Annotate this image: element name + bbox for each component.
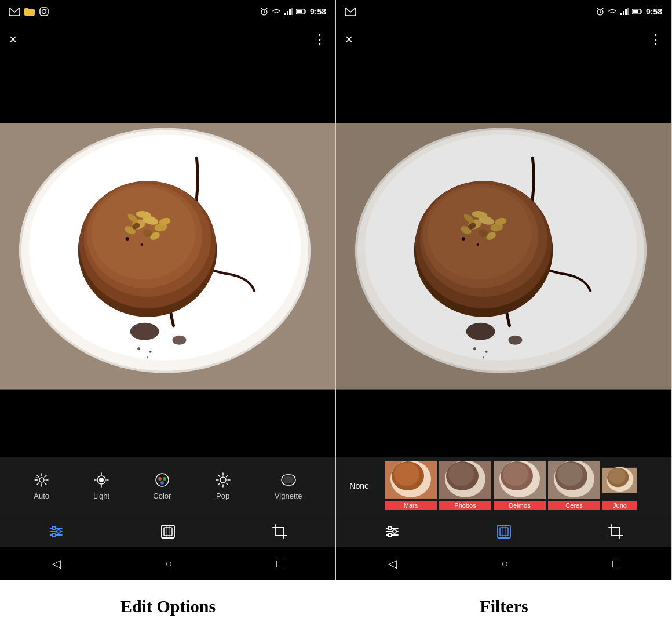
right-wifi-icon bbox=[608, 8, 617, 15]
edit-tools-row: Auto Light bbox=[0, 457, 335, 515]
svg-rect-100 bbox=[633, 10, 638, 13]
light-tool[interactable]: Light bbox=[93, 472, 109, 500]
svg-rect-10 bbox=[287, 11, 288, 15]
right-adjust-tab-icon bbox=[384, 523, 400, 540]
status-time: 9:58 bbox=[310, 7, 326, 16]
left-toolbar: Auto Light bbox=[0, 457, 335, 580]
svg-point-147 bbox=[609, 468, 626, 484]
pop-label: Pop bbox=[216, 492, 229, 500]
svg-rect-9 bbox=[284, 13, 286, 15]
right-screen: 9:58 × ⋮ bbox=[336, 0, 672, 580]
right-status-icons-right: 9:58 bbox=[596, 7, 662, 16]
pop-tool[interactable]: Pop bbox=[215, 472, 231, 500]
left-caption: Edit Options bbox=[0, 596, 336, 616]
svg-point-151 bbox=[388, 526, 392, 530]
right-android-nav: ◁ ○ □ bbox=[336, 547, 671, 580]
svg-point-143 bbox=[557, 463, 583, 486]
right-back-button[interactable]: ◁ bbox=[388, 556, 397, 570]
right-mail-icon bbox=[345, 8, 356, 16]
svg-rect-81 bbox=[164, 528, 172, 536]
right-home-button[interactable]: ○ bbox=[501, 557, 508, 570]
svg-point-3 bbox=[46, 9, 47, 10]
adjust-tab[interactable] bbox=[48, 523, 64, 540]
svg-point-107 bbox=[508, 336, 522, 345]
filter-deimos[interactable]: Deimos bbox=[494, 461, 546, 510]
right-recents-button[interactable]: □ bbox=[612, 557, 619, 570]
color-label: Color bbox=[153, 492, 171, 500]
svg-rect-11 bbox=[289, 9, 291, 15]
left-food-image bbox=[0, 123, 335, 390]
right-filter-tab[interactable] bbox=[496, 523, 512, 540]
svg-line-69 bbox=[226, 475, 228, 476]
svg-point-37 bbox=[126, 237, 129, 241]
svg-point-125 bbox=[473, 347, 476, 350]
filter-juno-thumb bbox=[602, 461, 637, 499]
right-filter-tab-icon bbox=[496, 523, 512, 540]
crop-tab[interactable] bbox=[272, 523, 288, 540]
svg-point-60 bbox=[158, 477, 162, 481]
vignette-tool[interactable]: Vignette bbox=[275, 472, 302, 500]
svg-line-94 bbox=[602, 8, 604, 9]
vignette-icon bbox=[280, 472, 297, 488]
right-status-time: 9:58 bbox=[646, 7, 662, 16]
svg-line-70 bbox=[218, 483, 220, 485]
home-button[interactable]: ○ bbox=[165, 557, 172, 570]
filter-ceres-label: Ceres bbox=[548, 501, 600, 510]
right-toolbar: None Mars bbox=[336, 457, 671, 580]
filter-mars-label: Mars bbox=[385, 501, 437, 510]
pop-icon bbox=[215, 472, 231, 488]
svg-point-71 bbox=[220, 477, 226, 483]
left-image-area bbox=[0, 56, 335, 457]
svg-point-78 bbox=[57, 530, 60, 533]
back-button[interactable]: ◁ bbox=[52, 556, 61, 570]
right-more-menu-button[interactable]: ⋮ bbox=[649, 32, 662, 47]
right-crop-tab[interactable] bbox=[608, 523, 624, 540]
filter-tab-icon bbox=[160, 523, 176, 540]
svg-line-8 bbox=[266, 8, 268, 9]
svg-point-152 bbox=[393, 530, 396, 533]
svg-point-61 bbox=[163, 477, 166, 481]
filter-ceres[interactable]: Ceres bbox=[548, 461, 600, 510]
svg-rect-98 bbox=[627, 8, 629, 15]
right-caption: Filters bbox=[336, 596, 672, 616]
filter-juno[interactable]: Juno bbox=[602, 461, 637, 510]
svg-line-49 bbox=[37, 483, 39, 485]
left-top-bar: × ⋮ bbox=[0, 23, 335, 56]
svg-line-7 bbox=[261, 8, 262, 9]
right-close-button[interactable]: × bbox=[345, 32, 353, 47]
svg-point-135 bbox=[448, 463, 474, 486]
auto-tool[interactable]: Auto bbox=[34, 472, 50, 500]
more-menu-button[interactable]: ⋮ bbox=[313, 32, 326, 47]
captions-row: Edit Options Filters bbox=[0, 580, 672, 633]
left-nav-tabs bbox=[0, 515, 335, 547]
filter-phobos[interactable]: Phobos bbox=[439, 461, 491, 510]
svg-point-77 bbox=[52, 526, 56, 530]
left-screen: 9:58 × ⋮ bbox=[0, 0, 336, 580]
signal-icon bbox=[284, 8, 293, 15]
right-status-bar: 9:58 bbox=[336, 0, 671, 23]
mail-icon bbox=[9, 8, 20, 16]
svg-point-40 bbox=[149, 351, 152, 353]
recents-button[interactable]: □ bbox=[276, 557, 283, 570]
svg-point-21 bbox=[172, 336, 186, 345]
svg-rect-95 bbox=[620, 13, 622, 15]
svg-rect-96 bbox=[623, 11, 624, 15]
filter-phobos-label: Phobos bbox=[439, 501, 491, 510]
filter-none[interactable]: None bbox=[336, 461, 382, 510]
right-adjust-tab[interactable] bbox=[384, 523, 400, 540]
filter-tab[interactable] bbox=[160, 523, 176, 540]
svg-point-38 bbox=[141, 243, 143, 246]
svg-point-50 bbox=[39, 478, 44, 482]
status-icons-right: 9:58 bbox=[260, 7, 326, 16]
filter-mars-thumb bbox=[385, 461, 437, 499]
filter-mars[interactable]: Mars bbox=[385, 461, 437, 510]
right-crop-tab-icon bbox=[608, 523, 624, 540]
filter-juno-label: Juno bbox=[602, 501, 637, 510]
close-button[interactable]: × bbox=[9, 32, 17, 47]
svg-point-139 bbox=[503, 463, 528, 486]
svg-point-124 bbox=[477, 243, 479, 246]
color-tool[interactable]: Color bbox=[153, 472, 171, 500]
left-status-bar: 9:58 bbox=[0, 0, 335, 23]
alarm-icon bbox=[260, 8, 268, 16]
right-battery-icon bbox=[632, 9, 642, 14]
